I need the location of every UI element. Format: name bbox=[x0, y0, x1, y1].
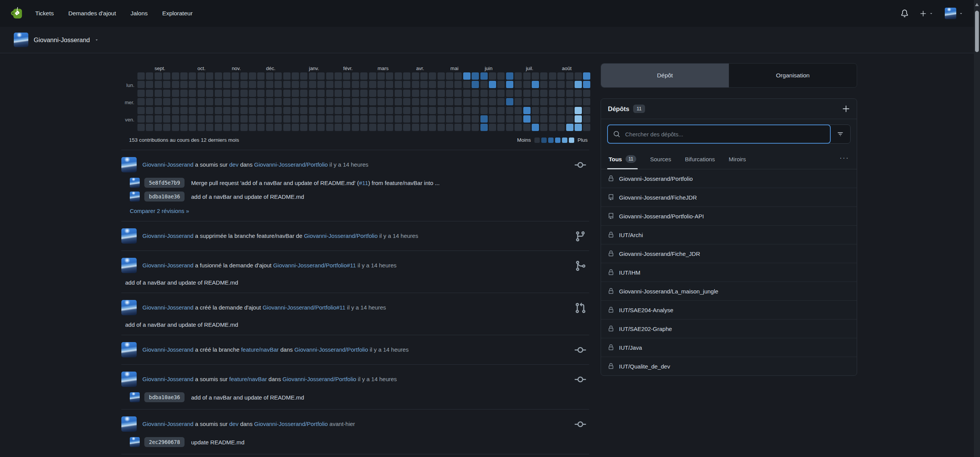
feed-link[interactable]: Giovanni-Josserand/Portfolio#11 bbox=[273, 262, 356, 269]
create-new-button[interactable] bbox=[920, 10, 933, 17]
repository-link[interactable]: IUT/Archi bbox=[619, 232, 643, 238]
heatmap-cell bbox=[549, 98, 556, 105]
heatmap-cell bbox=[429, 107, 436, 114]
feed-user-avatar[interactable] bbox=[121, 372, 137, 387]
feed-link[interactable]: Giovanni-Josserand bbox=[142, 346, 193, 353]
feed-link[interactable]: Giovanni-Josserand/Portfolio bbox=[254, 421, 328, 427]
heatmap-cell bbox=[446, 124, 453, 131]
heatmap-cell bbox=[523, 72, 531, 80]
repository-row[interactable]: IUT/IHM bbox=[601, 263, 857, 282]
user-menu-button[interactable] bbox=[945, 8, 963, 19]
feed-link[interactable]: Giovanni-Josserand bbox=[142, 304, 193, 311]
feed-user-avatar[interactable] bbox=[121, 258, 137, 273]
repository-link[interactable]: Giovanni-Josserand/Portfolio-API bbox=[619, 213, 704, 219]
heatmap-month-label: avr. bbox=[416, 66, 424, 71]
feed-link[interactable]: Giovanni-Josserand bbox=[142, 376, 193, 382]
nav-item-tickets[interactable]: Tickets bbox=[34, 8, 55, 19]
context-user-name[interactable]: Giovanni-Josserand bbox=[34, 36, 90, 44]
heatmap-cell bbox=[377, 124, 385, 131]
context-user-avatar[interactable] bbox=[14, 33, 28, 47]
repository-row[interactable]: Giovanni-Josserand/FicheJDR bbox=[601, 188, 857, 206]
repository-row[interactable]: IUT/Java bbox=[601, 338, 857, 357]
repository-link[interactable]: IUT/Java bbox=[619, 344, 642, 351]
feed-user-avatar[interactable] bbox=[121, 342, 137, 357]
heatmap-cell bbox=[352, 81, 359, 88]
feed-user-avatar[interactable] bbox=[121, 157, 137, 172]
repo-filter-more-button[interactable]: ··· bbox=[840, 154, 849, 164]
nav-item-milestones[interactable]: Jalons bbox=[130, 8, 149, 19]
heatmap-cell bbox=[489, 115, 496, 123]
repository-row[interactable]: Giovanni-Josserand/Fiche_JDR bbox=[601, 244, 857, 263]
repository-row[interactable]: Giovanni-Josserand/Portfolio-API bbox=[601, 206, 857, 225]
repository-row[interactable]: IUT/SAE204-Analyse bbox=[601, 300, 857, 319]
tab-organization[interactable]: Organisation bbox=[729, 64, 857, 87]
heatmap-cell bbox=[292, 107, 299, 114]
commit-author-avatar[interactable] bbox=[130, 392, 140, 402]
repository-link[interactable]: IUT/SAE202-Graphe bbox=[619, 326, 672, 332]
feed-link[interactable]: dev bbox=[229, 161, 238, 168]
repo-filter-tab-miroirs[interactable]: Miroirs bbox=[729, 149, 746, 169]
repository-link[interactable]: Giovanni-Josserand/Portfolio bbox=[619, 175, 693, 182]
feed-link[interactable]: dev bbox=[229, 421, 238, 427]
feed-link[interactable]: Giovanni-Josserand bbox=[142, 233, 193, 239]
commit-sha-badge[interactable]: bdba10ae36 bbox=[144, 192, 185, 201]
heatmap-cell bbox=[343, 124, 350, 131]
feed-link[interactable]: feature/navBar bbox=[229, 376, 267, 382]
gitea-logo-icon[interactable] bbox=[10, 6, 24, 21]
commit-sha-badge[interactable]: bdba10ae36 bbox=[144, 392, 185, 402]
heatmap-cell bbox=[575, 124, 582, 131]
heatmap-cell bbox=[438, 98, 445, 105]
repo-filter-tab-sources[interactable]: Sources bbox=[650, 149, 671, 169]
repository-row[interactable]: IUT/Qualite_de_dev bbox=[601, 357, 857, 375]
heatmap-cell bbox=[326, 115, 333, 123]
commit-sha-badge[interactable]: 5e8fd5e7b9 bbox=[144, 178, 185, 188]
feed-user-avatar[interactable] bbox=[121, 300, 137, 315]
feed-link[interactable]: feature/navBar bbox=[241, 346, 279, 353]
heatmap-cell bbox=[206, 115, 213, 123]
feed-link[interactable]: Giovanni-Josserand/Portfolio bbox=[283, 376, 356, 382]
nav-item-explore[interactable]: Explorateur bbox=[162, 8, 193, 19]
feed-item: Giovanni-Josserand a créé la demande d'a… bbox=[121, 293, 589, 335]
feed-user-avatar[interactable] bbox=[121, 228, 137, 244]
repository-row[interactable]: IUT/Archi bbox=[601, 225, 857, 244]
tab-repository[interactable]: Dépôt bbox=[601, 64, 729, 87]
commit-author-avatar[interactable] bbox=[130, 192, 140, 201]
compare-commits-link[interactable]: Comparer 2 révisions » bbox=[130, 208, 189, 214]
feed-link[interactable]: Giovanni-Josserand/Portfolio bbox=[304, 233, 378, 239]
feed-link[interactable]: Giovanni-Josserand bbox=[142, 161, 193, 168]
repo-filter-tab-bifurcations[interactable]: Bifurcations bbox=[685, 149, 715, 169]
commit-author-avatar[interactable] bbox=[130, 178, 140, 188]
heatmap-cell bbox=[249, 81, 256, 88]
repository-link[interactable]: IUT/SAE204-Analyse bbox=[619, 307, 673, 313]
new-repository-plus-icon[interactable] bbox=[842, 105, 850, 113]
repository-row[interactable]: Giovanni-Josserand/Portfolio bbox=[601, 169, 857, 188]
commit-sha-badge[interactable]: 2ec2960678 bbox=[144, 437, 185, 447]
heatmap-cell bbox=[395, 90, 402, 97]
notifications-bell-icon[interactable] bbox=[901, 10, 908, 17]
feed-link[interactable]: Giovanni-Josserand/Portfolio bbox=[254, 161, 328, 168]
nav-item-pull-requests[interactable]: Demandes d'ajout bbox=[68, 8, 117, 19]
feed-link[interactable]: Giovanni-Josserand/Portfolio#11 bbox=[263, 304, 346, 311]
dashboard-content: sept.oct.nov.déc.janv.févr.marsavr.maiju… bbox=[121, 53, 859, 457]
repository-link[interactable]: Giovanni-Josserand/FicheJDR bbox=[619, 194, 697, 201]
feed-user-avatar[interactable] bbox=[121, 416, 137, 432]
feed-link[interactable]: Giovanni-Josserand/Portfolio bbox=[294, 346, 368, 353]
repository-row[interactable]: Giovanni-Josserand/La_maison_jungle bbox=[601, 282, 857, 300]
scrollbar-thumb[interactable] bbox=[975, 11, 979, 52]
heatmap-cell bbox=[583, 90, 590, 97]
feed-link[interactable]: Giovanni-Josserand bbox=[142, 262, 193, 269]
issue-link[interactable]: #11 bbox=[359, 180, 368, 186]
repository-link[interactable]: Giovanni-Josserand/Fiche_JDR bbox=[619, 251, 700, 257]
repository-filter-icon[interactable] bbox=[830, 125, 850, 143]
commit-author-avatar[interactable] bbox=[130, 437, 140, 447]
repository-row[interactable]: IUT/SAE202-Graphe bbox=[601, 319, 857, 338]
repository-link[interactable]: IUT/Qualite_de_dev bbox=[619, 363, 670, 370]
repository-link[interactable]: Giovanni-Josserand/La_maison_jungle bbox=[619, 288, 718, 295]
heatmap-cell bbox=[566, 107, 573, 114]
repository-search-input[interactable] bbox=[624, 131, 825, 138]
feed-link[interactable]: Giovanni-Josserand bbox=[142, 421, 193, 427]
repository-link[interactable]: IUT/IHM bbox=[619, 269, 640, 276]
scrollbar-up-arrow[interactable] bbox=[975, 3, 979, 6]
heatmap-month-label: févr. bbox=[343, 66, 353, 71]
repo-filter-tab-tous[interactable]: Tous11 bbox=[609, 149, 636, 169]
